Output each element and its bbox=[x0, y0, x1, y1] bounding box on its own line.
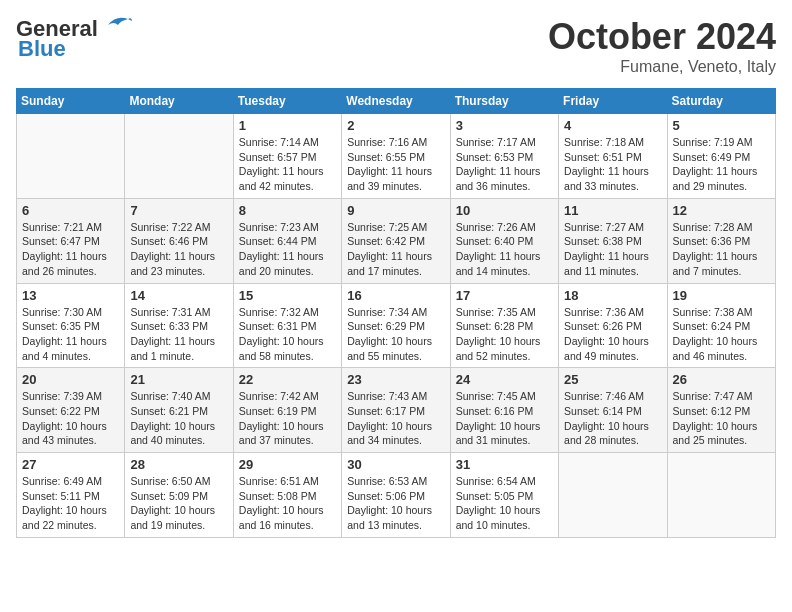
sunrise-text: Sunrise: 7:28 AM bbox=[673, 220, 770, 235]
day-number: 24 bbox=[456, 372, 553, 387]
sunset-text: Sunset: 6:21 PM bbox=[130, 404, 227, 419]
sunset-text: Sunset: 6:49 PM bbox=[673, 150, 770, 165]
day-number: 3 bbox=[456, 118, 553, 133]
day-info: Sunrise: 7:14 AMSunset: 6:57 PMDaylight:… bbox=[239, 135, 336, 194]
day-number: 7 bbox=[130, 203, 227, 218]
sunset-text: Sunset: 6:47 PM bbox=[22, 234, 119, 249]
day-number: 13 bbox=[22, 288, 119, 303]
table-row: 7Sunrise: 7:22 AMSunset: 6:46 PMDaylight… bbox=[125, 198, 233, 283]
col-wednesday: Wednesday bbox=[342, 89, 450, 114]
col-thursday: Thursday bbox=[450, 89, 558, 114]
daylight-text: Daylight: 10 hours and 28 minutes. bbox=[564, 419, 661, 448]
sunset-text: Sunset: 6:16 PM bbox=[456, 404, 553, 419]
sunset-text: Sunset: 6:33 PM bbox=[130, 319, 227, 334]
daylight-text: Daylight: 11 hours and 42 minutes. bbox=[239, 164, 336, 193]
daylight-text: Daylight: 11 hours and 39 minutes. bbox=[347, 164, 444, 193]
day-number: 4 bbox=[564, 118, 661, 133]
sunrise-text: Sunrise: 7:21 AM bbox=[22, 220, 119, 235]
sunrise-text: Sunrise: 7:46 AM bbox=[564, 389, 661, 404]
day-info: Sunrise: 7:47 AMSunset: 6:12 PMDaylight:… bbox=[673, 389, 770, 448]
table-row: 8Sunrise: 7:23 AMSunset: 6:44 PMDaylight… bbox=[233, 198, 341, 283]
sunset-text: Sunset: 6:17 PM bbox=[347, 404, 444, 419]
day-info: Sunrise: 7:45 AMSunset: 6:16 PMDaylight:… bbox=[456, 389, 553, 448]
sunset-text: Sunset: 6:12 PM bbox=[673, 404, 770, 419]
sunset-text: Sunset: 6:24 PM bbox=[673, 319, 770, 334]
day-number: 10 bbox=[456, 203, 553, 218]
table-row: 24Sunrise: 7:45 AMSunset: 6:16 PMDayligh… bbox=[450, 368, 558, 453]
daylight-text: Daylight: 10 hours and 22 minutes. bbox=[22, 503, 119, 532]
day-number: 6 bbox=[22, 203, 119, 218]
table-row: 20Sunrise: 7:39 AMSunset: 6:22 PMDayligh… bbox=[17, 368, 125, 453]
day-number: 26 bbox=[673, 372, 770, 387]
sunset-text: Sunset: 5:08 PM bbox=[239, 489, 336, 504]
daylight-text: Daylight: 10 hours and 43 minutes. bbox=[22, 419, 119, 448]
day-number: 17 bbox=[456, 288, 553, 303]
day-info: Sunrise: 7:46 AMSunset: 6:14 PMDaylight:… bbox=[564, 389, 661, 448]
day-number: 27 bbox=[22, 457, 119, 472]
day-number: 21 bbox=[130, 372, 227, 387]
day-number: 5 bbox=[673, 118, 770, 133]
sunset-text: Sunset: 6:46 PM bbox=[130, 234, 227, 249]
table-row: 5Sunrise: 7:19 AMSunset: 6:49 PMDaylight… bbox=[667, 114, 775, 199]
daylight-text: Daylight: 10 hours and 40 minutes. bbox=[130, 419, 227, 448]
sunrise-text: Sunrise: 7:18 AM bbox=[564, 135, 661, 150]
sunrise-text: Sunrise: 7:25 AM bbox=[347, 220, 444, 235]
day-number: 28 bbox=[130, 457, 227, 472]
sunrise-text: Sunrise: 7:31 AM bbox=[130, 305, 227, 320]
table-row: 31Sunrise: 6:54 AMSunset: 5:05 PMDayligh… bbox=[450, 453, 558, 538]
day-info: Sunrise: 7:26 AMSunset: 6:40 PMDaylight:… bbox=[456, 220, 553, 279]
page-header: General Blue October 2024 Fumane, Veneto… bbox=[16, 16, 776, 76]
sunset-text: Sunset: 5:05 PM bbox=[456, 489, 553, 504]
day-number: 25 bbox=[564, 372, 661, 387]
day-info: Sunrise: 7:42 AMSunset: 6:19 PMDaylight:… bbox=[239, 389, 336, 448]
daylight-text: Daylight: 10 hours and 16 minutes. bbox=[239, 503, 336, 532]
sunset-text: Sunset: 6:36 PM bbox=[673, 234, 770, 249]
daylight-text: Daylight: 11 hours and 17 minutes. bbox=[347, 249, 444, 278]
sunset-text: Sunset: 6:35 PM bbox=[22, 319, 119, 334]
day-info: Sunrise: 7:40 AMSunset: 6:21 PMDaylight:… bbox=[130, 389, 227, 448]
table-row bbox=[559, 453, 667, 538]
day-info: Sunrise: 6:51 AMSunset: 5:08 PMDaylight:… bbox=[239, 474, 336, 533]
calendar-week-row: 20Sunrise: 7:39 AMSunset: 6:22 PMDayligh… bbox=[17, 368, 776, 453]
day-info: Sunrise: 7:35 AMSunset: 6:28 PMDaylight:… bbox=[456, 305, 553, 364]
sunset-text: Sunset: 6:28 PM bbox=[456, 319, 553, 334]
day-info: Sunrise: 7:22 AMSunset: 6:46 PMDaylight:… bbox=[130, 220, 227, 279]
table-row: 29Sunrise: 6:51 AMSunset: 5:08 PMDayligh… bbox=[233, 453, 341, 538]
sunset-text: Sunset: 6:19 PM bbox=[239, 404, 336, 419]
sunrise-text: Sunrise: 7:43 AM bbox=[347, 389, 444, 404]
sunrise-text: Sunrise: 6:49 AM bbox=[22, 474, 119, 489]
table-row: 9Sunrise: 7:25 AMSunset: 6:42 PMDaylight… bbox=[342, 198, 450, 283]
sunrise-text: Sunrise: 7:45 AM bbox=[456, 389, 553, 404]
sunrise-text: Sunrise: 7:22 AM bbox=[130, 220, 227, 235]
sunrise-text: Sunrise: 7:30 AM bbox=[22, 305, 119, 320]
table-row: 17Sunrise: 7:35 AMSunset: 6:28 PMDayligh… bbox=[450, 283, 558, 368]
table-row bbox=[125, 114, 233, 199]
col-saturday: Saturday bbox=[667, 89, 775, 114]
sunset-text: Sunset: 6:22 PM bbox=[22, 404, 119, 419]
day-info: Sunrise: 7:34 AMSunset: 6:29 PMDaylight:… bbox=[347, 305, 444, 364]
day-info: Sunrise: 7:38 AMSunset: 6:24 PMDaylight:… bbox=[673, 305, 770, 364]
sunset-text: Sunset: 5:06 PM bbox=[347, 489, 444, 504]
daylight-text: Daylight: 11 hours and 7 minutes. bbox=[673, 249, 770, 278]
sunset-text: Sunset: 6:55 PM bbox=[347, 150, 444, 165]
day-number: 15 bbox=[239, 288, 336, 303]
sunset-text: Sunset: 6:29 PM bbox=[347, 319, 444, 334]
table-row: 4Sunrise: 7:18 AMSunset: 6:51 PMDaylight… bbox=[559, 114, 667, 199]
day-info: Sunrise: 7:17 AMSunset: 6:53 PMDaylight:… bbox=[456, 135, 553, 194]
sunset-text: Sunset: 6:42 PM bbox=[347, 234, 444, 249]
daylight-text: Daylight: 11 hours and 11 minutes. bbox=[564, 249, 661, 278]
day-number: 23 bbox=[347, 372, 444, 387]
table-row: 14Sunrise: 7:31 AMSunset: 6:33 PMDayligh… bbox=[125, 283, 233, 368]
day-number: 19 bbox=[673, 288, 770, 303]
calendar-header-row: Sunday Monday Tuesday Wednesday Thursday… bbox=[17, 89, 776, 114]
calendar-week-row: 1Sunrise: 7:14 AMSunset: 6:57 PMDaylight… bbox=[17, 114, 776, 199]
daylight-text: Daylight: 11 hours and 23 minutes. bbox=[130, 249, 227, 278]
daylight-text: Daylight: 10 hours and 31 minutes. bbox=[456, 419, 553, 448]
daylight-text: Daylight: 10 hours and 55 minutes. bbox=[347, 334, 444, 363]
calendar-week-row: 27Sunrise: 6:49 AMSunset: 5:11 PMDayligh… bbox=[17, 453, 776, 538]
day-info: Sunrise: 7:23 AMSunset: 6:44 PMDaylight:… bbox=[239, 220, 336, 279]
sunset-text: Sunset: 5:09 PM bbox=[130, 489, 227, 504]
table-row bbox=[17, 114, 125, 199]
daylight-text: Daylight: 11 hours and 36 minutes. bbox=[456, 164, 553, 193]
daylight-text: Daylight: 10 hours and 49 minutes. bbox=[564, 334, 661, 363]
